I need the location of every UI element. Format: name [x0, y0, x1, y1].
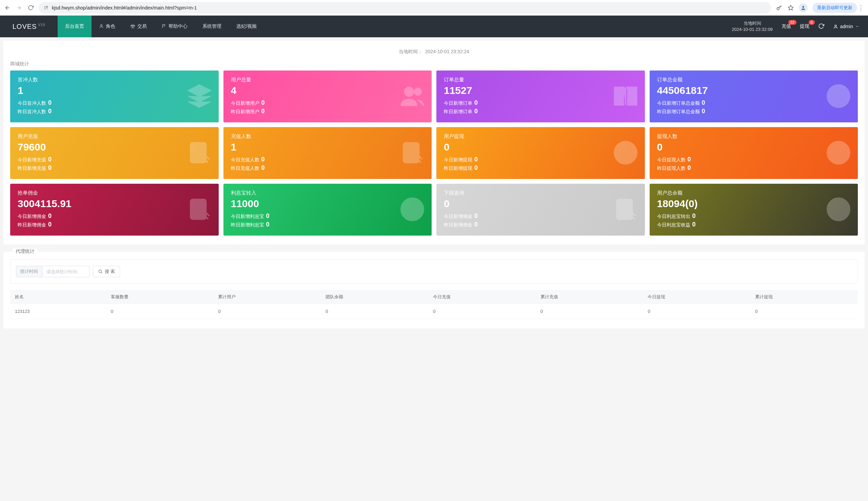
- user-icon: [99, 24, 104, 30]
- card-yesterday: 昨日新增提现 0: [444, 164, 637, 171]
- nav-items: 后台首页 角色 交易 帮助中心 系统管理 选妃/视频: [57, 15, 264, 37]
- card-value: 0: [657, 141, 851, 153]
- card-today: 今日新增订单 0: [444, 99, 637, 106]
- table-cell: 0: [213, 304, 321, 319]
- card-title: 提现人数: [657, 133, 851, 140]
- table-header: 累计用户: [213, 290, 321, 304]
- password-key-icon[interactable]: [776, 4, 783, 11]
- stat-card: 用户提现0今日新增提现 0昨日新增提现 0: [436, 127, 645, 179]
- card-today: 今日新增订单总金额 0: [657, 99, 851, 106]
- browser-chrome: kjsd.hwym.shop/admin/index.html#/admin/i…: [0, 0, 868, 15]
- card-title: 充值人数: [231, 133, 424, 140]
- scale-icon: [130, 23, 135, 30]
- table-header: 今日充值: [428, 290, 536, 304]
- nav-help[interactable]: 帮助中心: [154, 15, 195, 37]
- search-icon: [98, 269, 103, 274]
- table-cell: 123123: [10, 304, 106, 319]
- card-yesterday: 昨日新增用户 0: [231, 108, 424, 115]
- flag-icon: [162, 24, 167, 30]
- stats-panel: 当地时间： 2024-10-01 23:32:24 商城统计 首冲人数1今日首冲…: [3, 41, 865, 244]
- user-menu[interactable]: admin: [833, 24, 859, 29]
- card-value: 3004115.91: [18, 198, 211, 210]
- card-today: 今日新增提现 0: [444, 156, 637, 163]
- card-title: 订单总量: [444, 77, 637, 83]
- app-logo: LOVESV10: [0, 23, 57, 31]
- card-today: 今日新增利息宝 0: [231, 213, 424, 220]
- card-value: 11527: [444, 84, 637, 97]
- card-value: 445061817: [657, 84, 851, 97]
- stat-card: 提现人数0今日提现人数 0昨日提现人数 0: [650, 127, 858, 179]
- card-title: 用户提现: [444, 133, 637, 140]
- table-cell: 0: [428, 304, 536, 319]
- card-yesterday: 今日利息宝收益 0: [657, 221, 851, 228]
- stat-card: 用户充值79600今日新增充值 0昨日新增充值 0: [10, 127, 219, 179]
- card-yesterday: 昨日新增充值 0: [18, 164, 211, 171]
- url-text: kjsd.hwym.shop/admin/index.html#/admin/i…: [52, 5, 197, 11]
- table-row: 1231230000000: [10, 304, 858, 319]
- nav-roles[interactable]: 角色: [92, 15, 123, 37]
- card-title: 用户充值: [18, 133, 211, 140]
- card-value: 0: [444, 198, 637, 210]
- svg-point-4: [101, 24, 103, 26]
- reload-button[interactable]: [27, 4, 34, 11]
- dollar-icon: [825, 139, 852, 167]
- nav-refresh[interactable]: [818, 23, 824, 30]
- card-yesterday: 昨日首冲人数 0: [18, 108, 211, 115]
- forward-button[interactable]: [15, 4, 22, 11]
- card-value: 79600: [18, 141, 211, 153]
- nav-home[interactable]: 后台首页: [57, 15, 92, 37]
- section-title: 商城统计: [10, 61, 858, 67]
- nav-trade[interactable]: 交易: [123, 15, 154, 37]
- card-title: 订单总金额: [657, 77, 851, 83]
- card-today: 今日利息宝转出 0: [657, 213, 851, 220]
- back-button[interactable]: [4, 4, 11, 11]
- nav-withdraw[interactable]: 提现 0: [800, 23, 809, 30]
- bookmark-star-icon[interactable]: [787, 4, 794, 11]
- table-cell: 0: [750, 304, 858, 319]
- card-title: 利息宝转入: [231, 190, 424, 196]
- card-yesterday: 昨日提现人数 0: [657, 164, 851, 171]
- stat-card: 抢单佣金3004115.91今日新增佣金 0昨日新增佣金 0: [10, 184, 219, 236]
- card-yesterday: 昨日新增佣金 0: [18, 221, 211, 228]
- card-title: 用户总量: [231, 77, 424, 83]
- nav-recharge[interactable]: 充值 32: [782, 23, 791, 30]
- dollar-icon: [825, 196, 852, 223]
- layers-icon: [186, 83, 213, 110]
- yen-icon: [825, 83, 852, 110]
- card-value: 1: [231, 141, 424, 153]
- stat-card: 下级返佣0今日新增佣金 0昨日新增佣金 0: [436, 184, 645, 236]
- stat-card: 用户总余额18094(0)今日利息宝转出 0今日利息宝收益 0: [650, 184, 858, 236]
- card-value: 1: [18, 84, 211, 97]
- card-title: 抢单佣金: [18, 190, 211, 196]
- nav-video[interactable]: 选妃/视频: [229, 15, 264, 37]
- card-yesterday: 昨日新增利息宝 0: [231, 221, 424, 228]
- table-cell: 0: [321, 304, 428, 319]
- refresh-icon: [818, 23, 824, 29]
- card-today: 今日充值人数 0: [231, 156, 424, 163]
- profile-icon[interactable]: [799, 3, 808, 12]
- address-bar[interactable]: kjsd.hwym.shop/admin/index.html#/admin/i…: [39, 2, 771, 13]
- chrome-menu-icon[interactable]: ⋮: [858, 4, 864, 11]
- top-navbar: LOVESV10 后台首页 角色 交易 帮助中心 系统管理 选妃/视频 当地时间…: [0, 15, 868, 37]
- card-value: 18094(0): [657, 198, 851, 210]
- stat-card: 订单总量11527今日新增订单 0昨日新增订单 0: [436, 71, 645, 122]
- card-today: 今日提现人数 0: [657, 156, 851, 163]
- card-title: 下级返佣: [444, 190, 637, 196]
- card-title: 用户总余额: [657, 190, 851, 196]
- card-title: 首冲人数: [18, 77, 211, 83]
- stat-time-input[interactable]: [42, 266, 89, 277]
- table-header: 累计充值: [536, 290, 643, 304]
- svg-point-7: [404, 87, 413, 96]
- browser-update-button[interactable]: 重新启动即可更新: [812, 3, 857, 13]
- site-info-icon: [43, 5, 49, 10]
- search-button[interactable]: 搜 索: [93, 266, 120, 277]
- svg-point-3: [802, 6, 804, 8]
- recharge-badge: 32: [788, 20, 796, 25]
- table-header: 姓名: [10, 290, 106, 304]
- card-today: 今日新增用户 0: [231, 99, 424, 106]
- card-yesterday: 昨日新增订单总金额 0: [657, 108, 851, 115]
- card-today: 今日首冲人数 0: [18, 99, 211, 106]
- svg-point-5: [835, 25, 836, 26]
- nav-system[interactable]: 系统管理: [195, 15, 229, 37]
- stat-card: 充值人数1今日充值人数 0昨日充值人数 0: [223, 127, 432, 179]
